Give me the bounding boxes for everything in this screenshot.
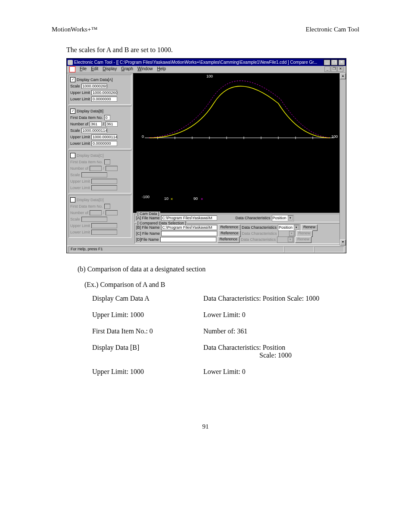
header-right: Electronic Cam Tool — [306, 26, 359, 33]
b-dc-select[interactable]: Position▾ — [278, 224, 300, 231]
c-num2-input — [106, 166, 118, 171]
status-cell — [314, 246, 344, 252]
y-top-label: 100 — [206, 74, 213, 78]
graph-area: × × 100 0 100 -100 10 90 [ Cam Data ] [A… — [133, 73, 346, 246]
b-upper-label: Upper Limit — [70, 135, 90, 139]
a-scale-input[interactable]: 1000.0000260 — [81, 84, 107, 89]
checkbox-a[interactable]: ✓ — [70, 77, 75, 82]
group-a: ✓Display Cam Data[A] Scale1000.0000260 U… — [68, 75, 131, 105]
checkbox-d[interactable] — [70, 197, 75, 202]
y-bot-label: -100 — [142, 195, 149, 199]
b-renew-button[interactable]: Renew — [301, 224, 318, 231]
menu-window[interactable]: Window — [137, 66, 153, 72]
svg-text:×: × — [171, 197, 173, 201]
d-num2-input — [106, 210, 118, 215]
a-dc-select[interactable]: Position▾ — [272, 215, 294, 221]
menu-edit[interactable]: Edit — [91, 66, 98, 72]
a-upper-input[interactable]: 1000.0000260 — [91, 90, 117, 95]
menu-file[interactable]: File — [80, 66, 87, 72]
menu-graph[interactable]: Graph — [121, 66, 133, 72]
d-renew-button: Renew — [295, 236, 311, 243]
a-lower-label: Lower Limit — [70, 97, 90, 101]
d-lower-label: Lower Limit — [70, 230, 90, 234]
d-upper-label: Upper Limit — [70, 224, 90, 228]
app-body: ✓Display Cam Data[A] Scale1000.0000260 U… — [67, 73, 346, 246]
a-dc-label: Data Characteristics — [236, 216, 271, 220]
d-file-input[interactable] — [160, 237, 216, 242]
page-header: MotionWorks+™ Electronic Cam Tool — [52, 26, 359, 33]
d-scale-label: Scale — [70, 217, 80, 221]
header-left: MotionWorks+™ — [52, 26, 97, 33]
window-title: Electronic Cam Tool - [[ C:\Program File… — [74, 60, 324, 65]
group-c: Display Data[C] First Data Item No. Numb… — [68, 150, 131, 193]
r5c2: Lower Limit: 0 — [203, 368, 359, 376]
d-first-label: First Data Item No. — [70, 204, 103, 208]
side-panel: ✓Display Cam Data[A] Scale1000.0000260 U… — [67, 73, 133, 246]
data-grid: Display Cam Data A Data Characteristics:… — [92, 295, 359, 376]
group-b: ✓Display Data[B] First Data Item No.0 Nu… — [68, 106, 131, 149]
titlebar: Electronic Cam Tool - [[ C:\Program File… — [67, 59, 346, 66]
c-num1-input — [90, 166, 102, 171]
c-scale-input — [81, 172, 107, 177]
vertical-scrollbar[interactable]: ▴ ▾ — [339, 73, 346, 246]
a-file-input[interactable]: C:\Program Files\Yaskawa\M — [161, 215, 217, 221]
group-d: Display Data[D] First Data Item No. Numb… — [68, 195, 131, 238]
mdi-close-button[interactable]: ✕ — [337, 66, 343, 72]
intro-text: The scales for A and B are set to 1000. — [66, 46, 359, 54]
page-number: 91 — [52, 423, 359, 430]
dropdown-icon: ▾ — [289, 231, 294, 236]
maximize-button[interactable]: ❐ — [331, 59, 338, 65]
b-lower-input[interactable]: 0.0000000 — [91, 141, 117, 146]
group-b-title: Display Data[B] — [77, 109, 103, 113]
d-first-input — [104, 204, 110, 209]
d-reference-button[interactable]: Reference — [218, 236, 240, 243]
a-lower-input[interactable]: 0.0000000 — [91, 96, 117, 102]
b-reference-button[interactable]: Reference — [218, 224, 241, 231]
compared-group: [ Compared Data Selection ] [B] File Nam… — [134, 223, 345, 244]
b-upper-input[interactable]: 1000.0000114 — [91, 134, 117, 140]
a-upper-label: Upper Limit — [70, 90, 90, 95]
a-scale-label: Scale — [70, 84, 80, 88]
scroll-up-icon[interactable]: ▴ — [340, 73, 346, 79]
d-lower-input — [91, 230, 117, 235]
app-window: Electronic Cam Tool - [[ C:\Program File… — [66, 58, 346, 253]
c-file-label: [C] File Name — [136, 231, 160, 236]
c-lower-label: Lower Limit — [70, 186, 90, 190]
d-file-label: [D]File Name — [136, 237, 159, 242]
b-lower-label: Lower Limit — [70, 141, 90, 146]
status-cell — [284, 246, 314, 252]
c-file-input[interactable] — [161, 231, 217, 236]
c-num-label: Number of — [70, 166, 88, 171]
r1c2: Data Characteristics: Position Scale: 10… — [203, 295, 359, 302]
r4c1: Display Data [B] — [92, 344, 203, 359]
b-scale-label: Scale — [70, 128, 80, 133]
menu-display[interactable]: Display — [103, 66, 117, 72]
b-num1-input[interactable]: 361 — [90, 121, 102, 127]
menubar: File Edit Display Graph Window Help _ ❐ … — [67, 66, 346, 73]
c-first-input — [104, 159, 110, 165]
d-dc-select: ▾ — [277, 236, 294, 243]
mdi-minimize-button[interactable]: _ — [324, 66, 330, 72]
menu-help[interactable]: Help — [157, 66, 166, 72]
scroll-down-icon[interactable]: ▾ — [340, 240, 346, 246]
c-dc-label: Data Characteristics — [242, 231, 277, 236]
close-button[interactable]: ✕ — [338, 59, 345, 65]
c-upper-label: Upper Limit — [70, 179, 90, 184]
r2c2: Lower Limit: 0 — [203, 311, 359, 319]
d-num-label: Number of — [70, 211, 88, 215]
chart-svg: × × — [133, 73, 346, 202]
checkbox-c[interactable] — [70, 153, 75, 158]
b-first-input[interactable]: 0 — [104, 115, 110, 120]
b-file-label: [B] File Name — [136, 225, 160, 230]
minimize-button[interactable]: _ — [324, 59, 330, 65]
r1c1: Display Cam Data A — [92, 295, 203, 302]
b-scale-input[interactable]: 1000.0000114 — [81, 128, 107, 133]
mdi-restore-button[interactable]: ❐ — [331, 66, 337, 72]
r3c1: First Data Item No.: 0 — [92, 327, 203, 335]
b-num2-input[interactable]: 361 — [106, 121, 118, 127]
checkbox-b[interactable]: ✓ — [70, 109, 75, 114]
d-upper-input — [91, 223, 117, 228]
b-num-label: Number of — [70, 122, 88, 126]
b-file-input[interactable]: C:\Program Files\Yaskawa\M — [161, 225, 217, 230]
c-reference-button[interactable]: Reference — [218, 230, 241, 237]
